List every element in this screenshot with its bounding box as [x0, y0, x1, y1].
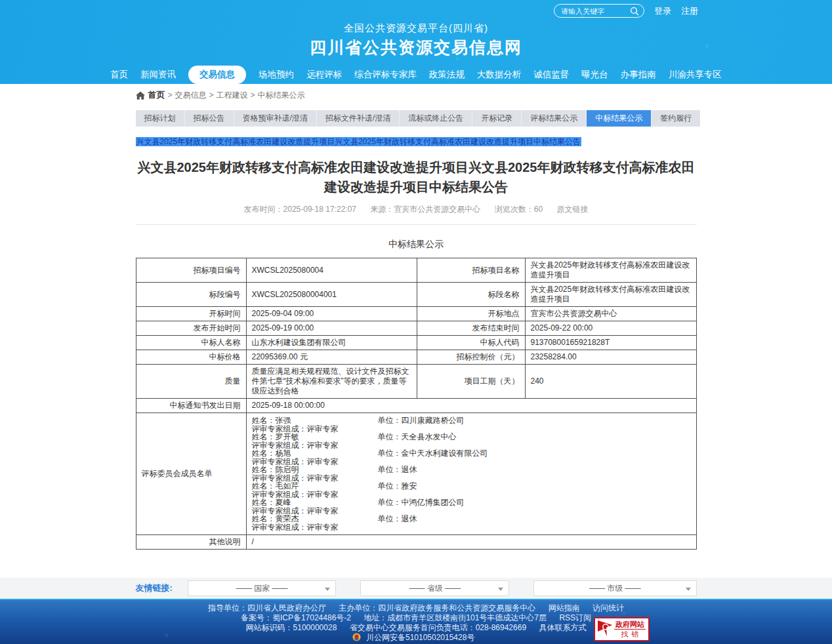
nav-item-big-data[interactable]: 大数据分析 [477, 69, 522, 81]
nav-item-chuanyu-zone[interactable]: 川渝共享专区 [669, 69, 722, 81]
cell-value: 兴文县2025年财政转移支付高标准农田建设改造提升项目 [525, 283, 696, 307]
cell-label: 标段名称 [417, 283, 525, 307]
main-nav: 首页 新闻资讯 交易信息 场地预约 远程评标 综合评标专家库 政策法规 大数据分… [0, 64, 832, 85]
member-unit: 天全县水发中心 [402, 432, 457, 441]
site-subtitle: 全国公共资源交易平台(四川省) [0, 0, 832, 35]
result-list: 兴文县2025年财政转移支付高标准农田建设改造提升项目兴文县2025年财政转移支… [136, 135, 697, 147]
tab-prequal-supplement[interactable]: 资格预审补遗/澄清 [234, 110, 316, 127]
cell-value: 兴文县2025年财政转移支付高标准农田建设改造提升项目 [525, 258, 696, 283]
nav-item-home[interactable]: 首页 [110, 69, 128, 81]
cell-label: 招标项目编号 [136, 258, 246, 283]
login-link[interactable]: 登录 [654, 5, 671, 17]
row-section-number: 标段编号 XWCSL2025080004001 标段名称 兴文县2025年财政转… [136, 283, 696, 307]
committee-member: 姓名：罗开敏单位：天全县水发中心 评审专家组成：评审专家 [252, 433, 691, 449]
links-select-national[interactable]: —— 国家 —— [188, 580, 337, 596]
chevron-down-icon [325, 588, 330, 591]
breadcrumb-separator: > [209, 91, 214, 100]
committee-list: 姓名：张强单位：四川康藏路桥公司 评审专家组成：评审专家 姓名：罗开敏单位：天全… [246, 413, 696, 535]
member-group: 评审专家 [307, 441, 339, 450]
cell-label: 开标时间 [136, 307, 246, 321]
cell-label: 招标项目名称 [417, 258, 525, 283]
cell-label: 中标人名称 [136, 336, 246, 350]
footer-rss-link[interactable]: RSS订阅 [559, 613, 591, 622]
committee-member: 姓名：张强单位：四川康藏路桥公司 评审专家组成：评审专家 [252, 416, 691, 433]
footer-security-record-link[interactable]: 川公网安备51010502015428号 [366, 633, 474, 642]
cell-label: 开标地点 [417, 307, 525, 321]
links-select-provincial[interactable]: —— 省级 —— [360, 580, 509, 596]
row-quality: 质量 质量应满足相关规程规范、设计文件及招标文件第七章“技术标准和要求”等的要求… [136, 365, 696, 399]
tab-bid-announcement[interactable]: 招标公告 [185, 110, 234, 127]
nav-item-expert-pool[interactable]: 综合评标专家库 [354, 69, 417, 81]
site-title: 四川省公共资源交易信息网 [0, 37, 832, 58]
member-unit: 金中天水利建设有限公司 [402, 449, 488, 458]
publish-time-value: 2025-09-18 17:22:07 [283, 205, 356, 214]
cell-value: / [246, 535, 696, 550]
friendly-links-label: 友情链接: [136, 582, 173, 594]
nav-item-news[interactable]: 新闻资讯 [140, 69, 176, 81]
footer-host-unit: 主办单位：四川省政府政务服务和公共资源交易服务中心 [339, 603, 535, 613]
cell-value: XWCSL2025080004 [246, 258, 417, 283]
breadcrumb-trade-info[interactable]: 交易信息 [175, 90, 207, 101]
cell-label: 发布结束时间 [417, 321, 525, 336]
topbar: 登录 注册 [554, 4, 698, 18]
result-link-highlighted[interactable]: 兴文县2025年财政转移支付高标准农田建设改造提升项目兴文县2025年财政转移支… [136, 137, 581, 146]
tab-contract-performance[interactable]: 签约履行 [652, 110, 700, 127]
cell-value: 2025-09-22 00:00 [525, 321, 696, 336]
breadcrumb-separator: > [168, 91, 173, 100]
cell-value: 2025-09-04 09:00 [246, 307, 417, 321]
footer-contact-link[interactable]: 具体联系方式 [539, 623, 586, 632]
cell-value: 2025-09-18 00:00:00 [246, 399, 696, 413]
tab-opening-record[interactable]: 开标记录 [472, 110, 521, 127]
links-select-provincial-value: —— 省级 —— [409, 583, 461, 594]
footer-icp-link[interactable]: 备案号：蜀ICP备17024486号-2 [241, 613, 351, 622]
gov-site-error-report-badge[interactable]: 政府网站 找错 [594, 617, 650, 641]
tab-bid-plan[interactable]: 招标计划 [136, 110, 184, 127]
unit-label: 单位： [378, 514, 402, 523]
cell-value: 2025-09-19 00:00 [246, 321, 417, 336]
unit-label: 单位： [378, 481, 402, 491]
row-other-notes: 其他说明 / [136, 535, 696, 550]
committee-member: 姓名：黄荣杰单位：退休 评审专家组成：评审专家 [252, 515, 691, 531]
tab-failed-or-terminated[interactable]: 流标或终止公告 [400, 110, 472, 127]
nav-item-trade-info[interactable]: 交易信息 [188, 66, 246, 84]
breadcrumb-home[interactable]: 首页 [148, 89, 165, 101]
nav-item-integrity-supervision[interactable]: 诚信监督 [533, 69, 569, 81]
nav-item-venue-booking[interactable]: 场地预约 [259, 69, 294, 81]
table-caption: 中标结果公示 [136, 239, 697, 251]
breadcrumb-engineering[interactable]: 工程建设 [217, 90, 248, 101]
error-find-icon [597, 619, 614, 639]
row-publish-period: 发布开始时间 2025-09-19 00:00 发布结束时间 2025-09-2… [136, 321, 696, 336]
nav-item-remote-evaluation[interactable]: 远程评标 [306, 69, 342, 81]
main-area: 招标计划 招标公告 资格预审补遗/澄清 招标文件补遗/澄清 流标或终止公告 开标… [0, 106, 832, 578]
search-icon[interactable] [630, 7, 639, 16]
links-select-national-value: —— 国家 —— [236, 583, 288, 594]
home-icon [136, 91, 145, 100]
cell-value: 22095369.00 元 [246, 350, 417, 365]
breadcrumb-bar: 首页 > 交易信息 > 工程建设 > 中标结果公示 [0, 84, 832, 106]
footer-guidance-unit: 指导单位：四川省人民政府办公厅 [208, 603, 326, 613]
tab-doc-supplement[interactable]: 招标文件补遗/澄清 [317, 110, 399, 127]
original-link[interactable]: 原文链接 [556, 205, 588, 214]
tab-evaluation-result[interactable]: 评标结果公示 [522, 110, 586, 127]
unit-label: 单位： [378, 416, 402, 425]
member-group: 评审专家 [307, 506, 339, 515]
tab-award-result[interactable]: 中标结果公示 [587, 110, 651, 127]
row-notice-date: 中标通知书发出日期 2025-09-18 00:00:00 [136, 399, 696, 413]
committee-member: 姓名：杨旭单位：金中天水利建设有限公司 评审专家组成：评审专家 [252, 449, 691, 466]
search-input[interactable] [561, 7, 630, 15]
cell-label: 招标控制价（元） [417, 350, 525, 365]
unit-label: 单位： [378, 465, 402, 474]
site-footer: 指导单位：四川省人民政府办公厅 主办单位：四川省政府政务服务和公共资源交易服务中… [0, 599, 832, 644]
nav-item-exposure[interactable]: 曝光台 [581, 69, 608, 81]
links-select-municipal-value: —— 市级 —— [589, 583, 641, 594]
register-link[interactable]: 注册 [681, 5, 698, 17]
cell-label: 中标人代码 [417, 336, 525, 350]
source-value: 宜宾市公共资源交易中心 [394, 205, 480, 214]
nav-item-policies[interactable]: 政策法规 [429, 69, 465, 81]
nav-item-guide[interactable]: 办事指南 [621, 69, 656, 81]
footer-visit-stats-link[interactable]: 访问统计 [593, 603, 624, 613]
cell-label: 中标价格 [136, 350, 246, 365]
search-box[interactable] [554, 4, 644, 18]
links-select-municipal[interactable]: —— 市级 —— [533, 580, 696, 596]
footer-site-guide-link[interactable]: 网站指南 [549, 603, 580, 613]
